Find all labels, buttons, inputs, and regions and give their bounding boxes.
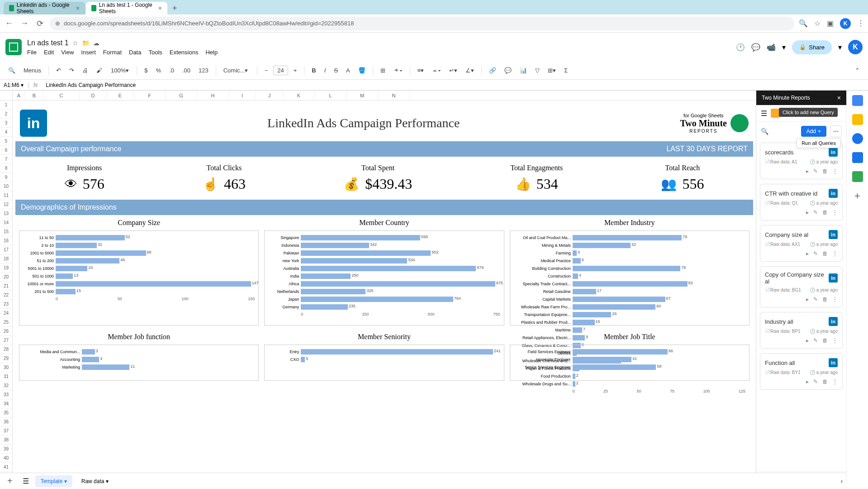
row-header[interactable]: 37 [0, 427, 12, 436]
font-select[interactable]: Comic... ▾ [221, 65, 252, 76]
delete-icon[interactable]: 🗑 [822, 337, 828, 344]
italic-button[interactable]: I [322, 65, 329, 76]
query-card[interactable]: Company size alin 📄Raw data: AX1🕐 a year… [760, 225, 843, 262]
borders-button[interactable]: ⊞ [378, 65, 388, 76]
percent-button[interactable]: % [153, 65, 164, 76]
column-header[interactable]: B [25, 91, 43, 100]
row-header[interactable]: 40 [0, 454, 12, 463]
table-button[interactable]: ⊞▾ [545, 65, 559, 76]
currency-button[interactable]: $ [142, 65, 150, 76]
menu-extensions[interactable]: Extensions [170, 49, 199, 56]
maps-icon[interactable] [852, 171, 863, 182]
row-header[interactable]: 11 [0, 191, 12, 200]
row-header[interactable]: 22 [0, 291, 12, 300]
row-header[interactable]: 32 [0, 381, 12, 390]
fill-color-button[interactable]: 🪣 [356, 65, 368, 76]
run-icon[interactable]: ▸ [806, 250, 809, 257]
row-header[interactable]: 25 [0, 318, 12, 327]
account-avatar[interactable]: K [848, 40, 863, 54]
meet-icon[interactable]: 📹 [767, 43, 776, 52]
redo-button[interactable]: ↷ [66, 65, 77, 76]
search-icon[interactable]: 🔍 [761, 128, 768, 135]
row-header[interactable]: 12 [0, 200, 12, 209]
column-header[interactable]: D [80, 91, 107, 100]
cloud-icon[interactable]: ☁ [93, 39, 100, 47]
collapse-toolbar-icon[interactable]: ⌃ [852, 65, 863, 76]
delete-icon[interactable]: 🗑 [822, 209, 828, 216]
star-icon[interactable]: ☆ [72, 39, 78, 47]
bold-button[interactable]: B [309, 65, 318, 76]
column-header[interactable]: C [43, 91, 80, 100]
column-header[interactable]: G [166, 91, 197, 100]
address-bar[interactable]: ⊕ docs.google.com/spreadsheets/d/16LiMSh… [50, 17, 794, 30]
add-button[interactable]: Add + [801, 126, 826, 137]
row-header[interactable]: 17 [0, 245, 12, 254]
functions-button[interactable]: Σ [561, 65, 570, 76]
run-icon[interactable]: ▸ [806, 168, 809, 174]
number-format-button[interactable]: 123 [196, 65, 211, 76]
select-all-corner[interactable] [0, 91, 13, 101]
add-sheet-button[interactable]: + [4, 476, 16, 486]
row-header[interactable]: 33 [0, 390, 12, 399]
row-header[interactable]: 1 [0, 101, 12, 110]
close-icon[interactable]: × [158, 5, 162, 12]
rotate-button[interactable]: ∠▾ [463, 65, 477, 76]
edit-icon[interactable]: ✎ [813, 209, 818, 216]
row-header[interactable]: 18 [0, 254, 12, 264]
row-header[interactable]: 20 [0, 273, 12, 282]
fontsize-dec[interactable]: − [262, 65, 271, 76]
comments-icon[interactable]: 💬 [751, 43, 760, 52]
search-icon[interactable]: 🔍 [5, 65, 18, 76]
column-headers[interactable]: ABCDEFGHIJKLMN [13, 91, 756, 101]
document-title[interactable]: Ln ads test 1 [27, 39, 69, 47]
row-header[interactable]: 41 [0, 463, 12, 472]
valign-button[interactable]: ⫨▾ [429, 65, 444, 76]
fontsize-inc[interactable]: + [291, 65, 300, 76]
browser-tab[interactable]: Linkedin ads - Google Sheets × [4, 2, 85, 14]
column-header[interactable]: F [134, 91, 166, 100]
bookmark-icon[interactable]: ☆ [814, 19, 821, 28]
add-addon-icon[interactable]: + [854, 190, 860, 202]
row-header[interactable]: 23 [0, 300, 12, 309]
menu-view[interactable]: View [61, 49, 74, 56]
row-header[interactable]: 31 [0, 372, 12, 381]
column-header[interactable]: M [346, 91, 378, 100]
edit-icon[interactable]: ✎ [813, 379, 818, 385]
query-card[interactable]: CTR with creative idin 📄Raw data: Q1🕐 a … [760, 184, 843, 221]
move-icon[interactable]: 📁 [82, 39, 90, 47]
query-card[interactable]: scorecardsin 📄Raw data: A1🕐 a year ago ▸… [760, 143, 843, 179]
column-header[interactable]: K [283, 91, 315, 100]
menu-icon[interactable]: ⋮ [857, 19, 864, 28]
comment-button[interactable]: 💬 [502, 65, 514, 76]
edit-icon[interactable]: ✎ [813, 296, 818, 302]
row-header[interactable]: 3 [0, 119, 12, 128]
history-icon[interactable]: 🕐 [736, 43, 745, 52]
run-icon[interactable]: ▸ [806, 379, 809, 385]
paint-format-button[interactable]: 🖌 [94, 65, 105, 76]
row-header[interactable]: 4 [0, 128, 12, 137]
run-all-queries-button[interactable]: Run all Queries [797, 138, 841, 148]
column-header[interactable]: I [229, 91, 256, 100]
row-headers[interactable]: 1234567891011121314151617181920212223242… [0, 101, 13, 489]
link-button[interactable]: 🔗 [486, 65, 499, 76]
edit-icon[interactable] [771, 109, 780, 118]
strike-button[interactable]: S [331, 65, 341, 76]
row-header[interactable]: 2 [0, 110, 12, 119]
dec-decimal-button[interactable]: .0 [166, 65, 177, 76]
back-button[interactable]: ← [4, 18, 14, 29]
reload-button[interactable]: ⟳ [34, 18, 45, 29]
row-header[interactable]: 8 [0, 164, 12, 173]
chart-button[interactable]: 📊 [517, 65, 530, 76]
run-icon[interactable]: ▸ [806, 337, 809, 344]
sheet-tab-raw[interactable]: Raw data ▾ [76, 475, 114, 487]
delete-icon[interactable]: 🗑 [822, 379, 828, 385]
new-tab-button[interactable]: + [168, 2, 181, 14]
column-header[interactable]: E [107, 91, 134, 100]
tasks-icon[interactable] [852, 133, 863, 144]
share-button[interactable]: Share [792, 40, 832, 54]
menu-data[interactable]: Data [129, 49, 141, 56]
row-header[interactable]: 16 [0, 236, 12, 245]
row-header[interactable]: 26 [0, 327, 12, 336]
forward-button[interactable]: → [19, 18, 30, 29]
wrap-button[interactable]: ↵▾ [446, 65, 460, 76]
